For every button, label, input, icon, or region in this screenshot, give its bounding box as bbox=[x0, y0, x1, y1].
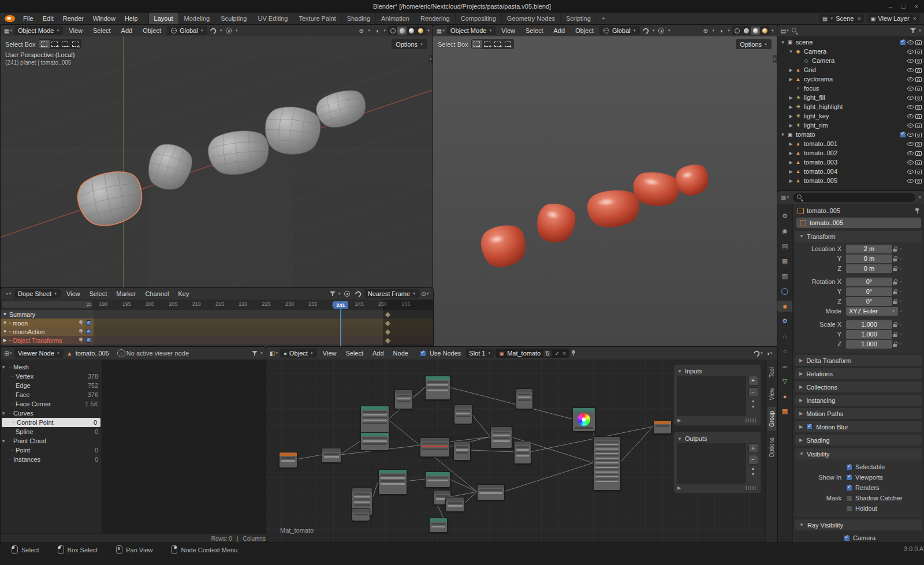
overlays-button[interactable]: ◑ bbox=[716, 26, 726, 35]
editor-type-button[interactable]: ◔▼ bbox=[3, 289, 13, 298]
value-field[interactable]: 0° bbox=[846, 297, 892, 306]
spreadsheet-row-spline[interactable]: ∙Spline0 bbox=[1, 427, 102, 436]
workspace-tab-rendering[interactable]: Rendering bbox=[415, 13, 455, 24]
outliner-row-camera[interactable]: ◇Camera bbox=[777, 56, 924, 65]
animate-decorator-dot[interactable]: ◦ bbox=[898, 298, 904, 304]
scene-selector[interactable]: ▦ ▼ Scene × bbox=[819, 14, 864, 23]
chevron-down-icon[interactable]: ▼ bbox=[771, 29, 774, 32]
material-name-field[interactable]: ◉ Mat_tomato 5 ✓ × bbox=[495, 349, 569, 358]
shader-node[interactable] bbox=[425, 376, 450, 400]
disable-in-renders-icon[interactable] bbox=[914, 66, 922, 74]
close-button[interactable]: × bbox=[915, 3, 918, 10]
collections-panel-header[interactable]: ▶Collections bbox=[795, 381, 922, 392]
hide-in-viewport-icon[interactable] bbox=[906, 140, 914, 148]
dope-menu-key[interactable]: Key bbox=[174, 290, 194, 297]
outliner-row-grid[interactable]: ▶▲Grid bbox=[777, 65, 924, 74]
sidebar-tab-tool[interactable]: Tool bbox=[767, 363, 776, 381]
expand-arrow-icon[interactable]: ▼ bbox=[2, 320, 8, 325]
channel-scrollbar[interactable]: ⇄ bbox=[2, 301, 93, 308]
disable-in-renders-icon[interactable] bbox=[914, 130, 922, 139]
editor-type-button[interactable]: ▦▼ bbox=[436, 26, 446, 35]
panel-checkbox[interactable] bbox=[806, 424, 813, 430]
chevron-down-icon[interactable]: ▼ bbox=[367, 29, 371, 32]
select-mode-button[interactable]: ∩ bbox=[70, 40, 81, 48]
spreadsheet-row-point[interactable]: ∙Point0 bbox=[1, 446, 102, 455]
expand-arrow-icon[interactable]: ▶ bbox=[2, 338, 8, 343]
dope-menu-channel[interactable]: Channel bbox=[141, 290, 174, 297]
workspace-tab-shading[interactable]: Shading bbox=[341, 13, 375, 24]
expand-arrow-icon[interactable]: ▶ bbox=[788, 68, 794, 73]
shader-node[interactable] bbox=[425, 472, 450, 488]
expand-arrow-icon[interactable]: ▶ bbox=[677, 485, 681, 491]
remove-socket-button[interactable]: − bbox=[748, 387, 758, 397]
outliner-row-tomato-003[interactable]: ▶▲tomato..003 bbox=[777, 158, 924, 167]
orientation-dropdown[interactable]: Global▼ bbox=[167, 26, 207, 35]
snap-mode-dropdown[interactable]: Nearest Frame ▼ bbox=[364, 289, 419, 298]
hide-in-viewport-icon[interactable] bbox=[906, 149, 914, 157]
scene-unlink-button[interactable]: × bbox=[856, 15, 860, 22]
value-field[interactable]: 2 m bbox=[846, 245, 892, 253]
outliner-row-scene[interactable]: ▼▣scene bbox=[777, 38, 924, 47]
world-properties-tab[interactable]: ◯ bbox=[778, 286, 792, 297]
outliner-row-light-rim[interactable]: ▶☀light_rim bbox=[777, 121, 924, 130]
snap-magnet-button[interactable] bbox=[641, 26, 651, 35]
keyframe-lane[interactable] bbox=[90, 336, 433, 345]
spreadsheet-row-vertex[interactable]: ∙Vertex378 bbox=[1, 372, 102, 381]
outliner-row-tomato-004[interactable]: ▶▲tomato..004 bbox=[777, 167, 924, 176]
object-name-field[interactable]: tomato..005 bbox=[796, 218, 921, 228]
shader-node[interactable] bbox=[453, 441, 471, 461]
outliner-row-cyclorama[interactable]: ▶▲cyclorama bbox=[777, 74, 924, 84]
expand-arrow-icon[interactable]: ▶ bbox=[677, 418, 681, 423]
expand-arrow-icon[interactable]: ▶ bbox=[788, 114, 794, 119]
grip-handle[interactable] bbox=[746, 486, 757, 490]
outliner-row-light-key[interactable]: ▶☀light_key bbox=[777, 111, 924, 121]
hide-in-viewport-icon[interactable] bbox=[906, 167, 914, 175]
lock-icon[interactable] bbox=[892, 341, 898, 347]
viewport-menu-add[interactable]: Add bbox=[549, 27, 570, 34]
channel-moonaction[interactable]: ▼▪moonAction bbox=[1, 327, 94, 336]
hide-in-viewport-icon[interactable] bbox=[906, 66, 914, 74]
shading-solid-button[interactable] bbox=[742, 27, 751, 35]
pin-icon[interactable] bbox=[571, 350, 576, 357]
outliner-row-light-highlight[interactable]: ▶☀light_highlight bbox=[777, 102, 924, 111]
expand-arrow-icon[interactable]: ▶ bbox=[788, 160, 794, 165]
object-properties-tab[interactable]: ■ bbox=[777, 301, 792, 312]
node-menu-node[interactable]: Node bbox=[389, 350, 413, 357]
chevron-down-icon[interactable]: ▼ bbox=[711, 29, 715, 32]
lock-icon[interactable] bbox=[892, 298, 898, 305]
shader-node[interactable] bbox=[360, 406, 389, 435]
move-up-icon[interactable]: ▲ bbox=[751, 466, 755, 470]
workspace-tab-geometry-nodes[interactable]: Geometry Nodes bbox=[501, 13, 560, 24]
shader-node[interactable] bbox=[322, 448, 341, 463]
lock-icon[interactable] bbox=[892, 265, 898, 272]
shading-wire-button[interactable] bbox=[732, 27, 742, 35]
expand-arrow-icon[interactable]: ▼ bbox=[2, 312, 8, 317]
timeline-ruler[interactable]: ⇄ 19019520020521021522022523023524024525… bbox=[1, 300, 433, 310]
chevron-down-icon[interactable]: ▼ bbox=[260, 351, 263, 355]
select-mode-button[interactable] bbox=[472, 40, 482, 48]
object-data-properties-tab[interactable]: ▽ bbox=[778, 376, 792, 387]
value-field[interactable]: 1.000 bbox=[846, 320, 892, 329]
move-down-icon[interactable]: ▼ bbox=[751, 472, 755, 476]
minimize-button[interactable]: – bbox=[889, 3, 892, 10]
disable-in-renders-icon[interactable] bbox=[914, 103, 922, 111]
channel-summary[interactable]: ▼Summary bbox=[1, 310, 94, 319]
lock-icon[interactable] bbox=[892, 289, 898, 295]
tool-properties-tab[interactable]: ⚙ bbox=[778, 211, 792, 222]
shading-solid-button[interactable] bbox=[397, 27, 407, 35]
mesh-object[interactable] bbox=[262, 103, 322, 158]
material-properties-tab[interactable]: ● bbox=[778, 391, 792, 402]
outliner-row-tomato-001[interactable]: ▶▲tomato..001 bbox=[777, 139, 924, 148]
expand-arrow-icon[interactable]: ▼ bbox=[2, 329, 8, 334]
value-field[interactable]: 1.000 bbox=[846, 340, 892, 349]
add-socket-button[interactable]: + bbox=[748, 443, 758, 453]
selectable-checkbox[interactable] bbox=[846, 464, 852, 470]
shader-node[interactable] bbox=[653, 420, 672, 434]
socket-list[interactable] bbox=[677, 376, 746, 416]
viewport-menu-object[interactable]: Object bbox=[138, 27, 166, 34]
channel-enable-checkbox[interactable] bbox=[86, 338, 91, 343]
lock-icon[interactable] bbox=[892, 321, 898, 328]
node-canvas[interactable]: Mat_tomato ▼Inputs+−▲▼▶▼Outputs+−▲▼▶ bbox=[266, 360, 766, 543]
move-down-icon[interactable]: ▼ bbox=[751, 405, 755, 409]
shader-node[interactable] bbox=[360, 432, 389, 451]
